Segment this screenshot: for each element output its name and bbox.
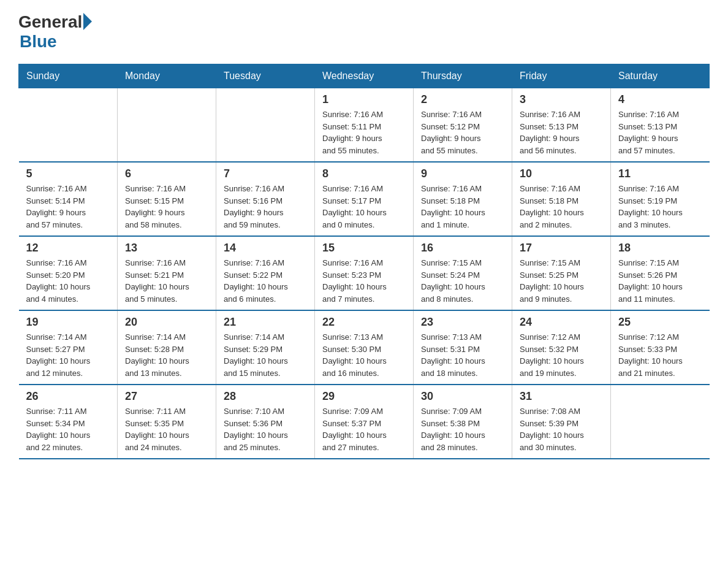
day-cell: 13Sunrise: 7:16 AM Sunset: 5:21 PM Dayli… — [118, 236, 216, 310]
day-cell: 8Sunrise: 7:16 AM Sunset: 5:17 PM Daylig… — [315, 162, 414, 236]
day-cell: 9Sunrise: 7:16 AM Sunset: 5:18 PM Daylig… — [414, 162, 512, 236]
day-cell: 18Sunrise: 7:15 AM Sunset: 5:26 PM Dayli… — [611, 236, 710, 310]
week-row-5: 26Sunrise: 7:11 AM Sunset: 5:34 PM Dayli… — [19, 385, 710, 459]
day-info: Sunrise: 7:16 AM Sunset: 5:12 PM Dayligh… — [421, 109, 504, 156]
day-number: 19 — [26, 316, 110, 329]
day-number: 4 — [618, 93, 702, 106]
day-cell: 30Sunrise: 7:09 AM Sunset: 5:38 PM Dayli… — [414, 385, 512, 459]
day-number: 9 — [421, 167, 504, 180]
day-cell: 21Sunrise: 7:14 AM Sunset: 5:29 PM Dayli… — [216, 310, 315, 385]
day-number: 1 — [322, 93, 406, 106]
day-info: Sunrise: 7:08 AM Sunset: 5:39 PM Dayligh… — [520, 405, 603, 453]
day-info: Sunrise: 7:15 AM Sunset: 5:24 PM Dayligh… — [421, 257, 504, 305]
day-number: 16 — [421, 242, 504, 255]
day-number: 20 — [125, 316, 208, 329]
day-info: Sunrise: 7:10 AM Sunset: 5:36 PM Dayligh… — [224, 405, 307, 453]
day-info: Sunrise: 7:16 AM Sunset: 5:15 PM Dayligh… — [125, 183, 208, 231]
day-info: Sunrise: 7:11 AM Sunset: 5:35 PM Dayligh… — [125, 405, 208, 453]
week-row-1: 1Sunrise: 7:16 AM Sunset: 5:11 PM Daylig… — [19, 88, 710, 163]
day-number: 11 — [618, 167, 702, 180]
day-number: 12 — [26, 242, 110, 255]
day-number: 10 — [520, 167, 603, 180]
logo-blue-text: Blue — [20, 32, 57, 52]
day-cell: 4Sunrise: 7:16 AM Sunset: 5:13 PM Daylig… — [611, 88, 710, 163]
logo: General Blue — [18, 12, 92, 52]
day-cell — [118, 88, 216, 163]
day-info: Sunrise: 7:16 AM Sunset: 5:22 PM Dayligh… — [224, 257, 307, 305]
day-cell: 12Sunrise: 7:16 AM Sunset: 5:20 PM Dayli… — [19, 236, 118, 310]
day-info: Sunrise: 7:15 AM Sunset: 5:25 PM Dayligh… — [520, 257, 603, 305]
day-cell: 11Sunrise: 7:16 AM Sunset: 5:19 PM Dayli… — [611, 162, 710, 236]
day-number: 29 — [322, 390, 406, 403]
page-header: General Blue — [18, 12, 710, 52]
day-cell: 17Sunrise: 7:15 AM Sunset: 5:25 PM Dayli… — [512, 236, 611, 310]
day-cell: 20Sunrise: 7:14 AM Sunset: 5:28 PM Dayli… — [118, 310, 216, 385]
logo-arrow-icon — [83, 13, 92, 30]
weekday-header-tuesday: Tuesday — [216, 64, 315, 88]
day-number: 13 — [125, 242, 208, 255]
weekday-header-friday: Friday — [512, 64, 611, 88]
day-info: Sunrise: 7:09 AM Sunset: 5:38 PM Dayligh… — [421, 405, 504, 453]
day-cell: 5Sunrise: 7:16 AM Sunset: 5:14 PM Daylig… — [19, 162, 118, 236]
day-info: Sunrise: 7:12 AM Sunset: 5:32 PM Dayligh… — [520, 331, 603, 379]
day-cell: 7Sunrise: 7:16 AM Sunset: 5:16 PM Daylig… — [216, 162, 315, 236]
day-cell: 25Sunrise: 7:12 AM Sunset: 5:33 PM Dayli… — [611, 310, 710, 385]
day-cell — [19, 88, 118, 163]
day-cell: 23Sunrise: 7:13 AM Sunset: 5:31 PM Dayli… — [414, 310, 512, 385]
day-number: 7 — [224, 167, 307, 180]
day-cell: 27Sunrise: 7:11 AM Sunset: 5:35 PM Dayli… — [118, 385, 216, 459]
day-number: 18 — [618, 242, 702, 255]
day-cell — [216, 88, 315, 163]
day-info: Sunrise: 7:16 AM Sunset: 5:19 PM Dayligh… — [618, 183, 702, 231]
weekday-header-sunday: Sunday — [19, 64, 118, 88]
day-info: Sunrise: 7:16 AM Sunset: 5:14 PM Dayligh… — [26, 183, 110, 231]
calendar-table: SundayMondayTuesdayWednesdayThursdayFrid… — [18, 64, 710, 459]
week-row-4: 19Sunrise: 7:14 AM Sunset: 5:27 PM Dayli… — [19, 310, 710, 385]
day-info: Sunrise: 7:11 AM Sunset: 5:34 PM Dayligh… — [26, 405, 110, 453]
day-cell: 26Sunrise: 7:11 AM Sunset: 5:34 PM Dayli… — [19, 385, 118, 459]
day-info: Sunrise: 7:12 AM Sunset: 5:33 PM Dayligh… — [618, 331, 702, 379]
day-cell: 16Sunrise: 7:15 AM Sunset: 5:24 PM Dayli… — [414, 236, 512, 310]
day-info: Sunrise: 7:16 AM Sunset: 5:13 PM Dayligh… — [520, 109, 603, 156]
day-info: Sunrise: 7:14 AM Sunset: 5:28 PM Dayligh… — [125, 331, 208, 379]
day-number: 15 — [322, 242, 406, 255]
day-cell: 3Sunrise: 7:16 AM Sunset: 5:13 PM Daylig… — [512, 88, 611, 163]
day-number: 2 — [421, 93, 504, 106]
day-cell: 29Sunrise: 7:09 AM Sunset: 5:37 PM Dayli… — [315, 385, 414, 459]
weekday-header-row: SundayMondayTuesdayWednesdayThursdayFrid… — [19, 64, 710, 88]
weekday-header-saturday: Saturday — [611, 64, 710, 88]
day-number: 21 — [224, 316, 307, 329]
day-info: Sunrise: 7:16 AM Sunset: 5:18 PM Dayligh… — [520, 183, 603, 231]
day-number: 22 — [322, 316, 406, 329]
day-info: Sunrise: 7:16 AM Sunset: 5:11 PM Dayligh… — [322, 109, 406, 156]
day-number: 8 — [322, 167, 406, 180]
day-info: Sunrise: 7:13 AM Sunset: 5:30 PM Dayligh… — [322, 331, 406, 379]
weekday-header-monday: Monday — [118, 64, 216, 88]
day-info: Sunrise: 7:16 AM Sunset: 5:21 PM Dayligh… — [125, 257, 208, 305]
week-row-2: 5Sunrise: 7:16 AM Sunset: 5:14 PM Daylig… — [19, 162, 710, 236]
day-cell: 19Sunrise: 7:14 AM Sunset: 5:27 PM Dayli… — [19, 310, 118, 385]
day-number: 6 — [125, 167, 208, 180]
day-info: Sunrise: 7:16 AM Sunset: 5:18 PM Dayligh… — [421, 183, 504, 231]
week-row-3: 12Sunrise: 7:16 AM Sunset: 5:20 PM Dayli… — [19, 236, 710, 310]
day-info: Sunrise: 7:15 AM Sunset: 5:26 PM Dayligh… — [618, 257, 702, 305]
day-cell: 1Sunrise: 7:16 AM Sunset: 5:11 PM Daylig… — [315, 88, 414, 163]
weekday-header-wednesday: Wednesday — [315, 64, 414, 88]
day-cell: 10Sunrise: 7:16 AM Sunset: 5:18 PM Dayli… — [512, 162, 611, 236]
day-info: Sunrise: 7:16 AM Sunset: 5:16 PM Dayligh… — [224, 183, 307, 231]
day-info: Sunrise: 7:16 AM Sunset: 5:17 PM Dayligh… — [322, 183, 406, 231]
day-cell: 14Sunrise: 7:16 AM Sunset: 5:22 PM Dayli… — [216, 236, 315, 310]
weekday-header-thursday: Thursday — [414, 64, 512, 88]
logo-general-text: General — [18, 12, 82, 32]
day-info: Sunrise: 7:13 AM Sunset: 5:31 PM Dayligh… — [421, 331, 504, 379]
day-number: 31 — [520, 390, 603, 403]
day-number: 24 — [520, 316, 603, 329]
day-cell: 31Sunrise: 7:08 AM Sunset: 5:39 PM Dayli… — [512, 385, 611, 459]
day-info: Sunrise: 7:16 AM Sunset: 5:23 PM Dayligh… — [322, 257, 406, 305]
day-cell: 22Sunrise: 7:13 AM Sunset: 5:30 PM Dayli… — [315, 310, 414, 385]
day-number: 14 — [224, 242, 307, 255]
day-info: Sunrise: 7:09 AM Sunset: 5:37 PM Dayligh… — [322, 405, 406, 453]
day-cell: 24Sunrise: 7:12 AM Sunset: 5:32 PM Dayli… — [512, 310, 611, 385]
day-info: Sunrise: 7:16 AM Sunset: 5:20 PM Dayligh… — [26, 257, 110, 305]
day-number: 26 — [26, 390, 110, 403]
